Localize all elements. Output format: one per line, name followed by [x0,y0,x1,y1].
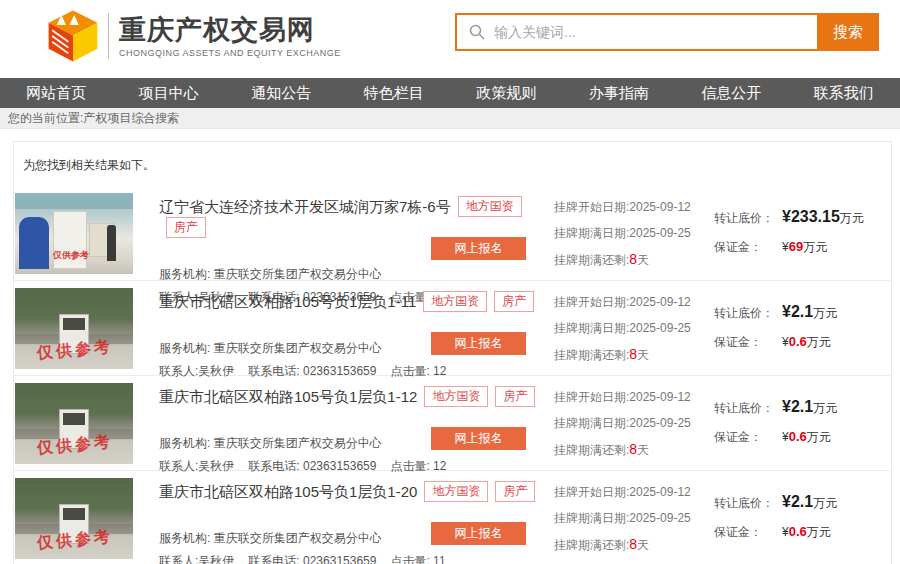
listing-title[interactable]: 重庆市北碚区双柏路105号负1层负1-11 [159,293,416,310]
clicks-label: 点击量: [390,554,429,564]
end-date-value: 2025-09-25 [629,416,690,430]
nav-item-disclosure[interactable]: 信息公开 [675,78,788,108]
end-date-value: 2025-09-25 [629,321,690,335]
results-note: 为您找到相关结果如下。 [14,142,891,186]
remaining-label: 挂牌期满还剩: [554,538,629,552]
price-label: 转让底价： [714,210,782,227]
nav-item-notices[interactable]: 通知公告 [225,78,338,108]
dates-block: 挂牌开始日期:2025-09-12 挂牌期满日期:2025-09-25 挂牌期满… [554,484,691,563]
start-date-value: 2025-09-12 [629,295,690,309]
start-date-value: 2025-09-12 [629,390,690,404]
deposit-label: 保证金： [714,524,782,541]
listing-item: 仅供参考 重庆市北碚区双柏路105号负1层负1-11地方国资房产 服务机构: 重… [14,281,891,376]
start-date-label: 挂牌开始日期: [554,485,629,499]
tag-ownership: 地方国资 [423,291,487,312]
prices-block: 转让底价：¥2.1万元 保证金：¥0.6万元 [714,398,837,458]
dates-block: 挂牌开始日期:2025-09-12 挂牌期满日期:2025-09-25 挂牌期满… [554,199,691,278]
tag-category: 房产 [166,217,206,238]
logo-text-block: 重庆产权交易网 CHONGQING ASSETS AND EQUITY EXCH… [119,15,341,58]
price-unit: 万元 [813,401,837,415]
remaining-line: 挂牌期满还剩:8天 [554,346,691,364]
price-value: ¥233.15 [782,208,840,225]
nav-item-projects[interactable]: 项目中心 [113,78,226,108]
price-line: 转让底价：¥2.1万元 [714,493,837,512]
price-line: 转让底价：¥2.1万元 [714,303,837,322]
deposit-line: 保证金：¥69万元 [714,239,864,256]
contact-name: 吴秋伊 [198,554,234,564]
nav-item-guide[interactable]: 办事指南 [563,78,676,108]
phone-label: 联系电话: [248,554,299,564]
nav-item-contact[interactable]: 联系我们 [788,78,900,108]
listing-title-row: 重庆市北碚区双柏路105号负1层负1-11地方国资房产 [159,291,544,312]
listing-title-row: 重庆市北碚区双柏路105号负1层负1-20地方国资房产 [159,481,544,502]
end-date-line: 挂牌期满日期:2025-09-25 [554,415,691,432]
price-value: ¥2.1 [782,398,813,415]
days-unit: 天 [637,348,649,362]
tag-category: 房产 [495,386,535,407]
remaining-line: 挂牌期满还剩:8天 [554,441,691,459]
listing-photo-kiosk[interactable]: 仅供参考 [15,383,133,464]
listing-title[interactable]: 重庆市北碚区双柏路105号负1层负1-20 [159,483,417,500]
price-unit: 万元 [840,211,864,225]
apply-online-button[interactable]: 网上报名 [431,427,526,450]
listing-photo-kiosk[interactable]: 仅供参考 [15,478,133,559]
deposit-label: 保证金： [714,429,782,446]
end-date-line: 挂牌期满日期:2025-09-25 [554,320,691,337]
search-button[interactable]: 搜索 [817,13,879,51]
start-date-line: 挂牌开始日期:2025-09-12 [554,389,691,406]
apply-online-button[interactable]: 网上报名 [431,332,526,355]
tag-ownership: 地方国资 [424,386,488,407]
nav-item-policies[interactable]: 政策规则 [450,78,563,108]
days-unit: 天 [637,253,649,267]
apply-online-button[interactable]: 网上报名 [431,237,526,260]
currency-sign: ¥ [782,430,789,444]
listing-photo-storefront[interactable]: 仅供参考 [15,193,133,274]
currency-sign: ¥ [782,208,791,225]
photo-detail [63,318,85,330]
search-input[interactable] [494,15,817,49]
end-date-label: 挂牌期满日期: [554,226,629,240]
breadcrumb: 您的当前位置:产权项目综合搜索 [0,108,900,129]
currency-sign: ¥ [782,525,789,539]
site-logo[interactable]: 重庆产权交易网 CHONGQING ASSETS AND EQUITY EXCH… [44,8,341,64]
end-date-label: 挂牌期满日期: [554,511,629,525]
deposit-number: 69 [789,239,803,254]
prices-block: 转让底价：¥233.15万元 保证金：¥69万元 [714,208,864,268]
currency-sign: ¥ [782,493,791,510]
price-number: 2.1 [791,303,813,320]
price-number: 2.1 [791,493,813,510]
tag-ownership: 地方国资 [458,196,522,217]
start-date-line: 挂牌开始日期:2025-09-12 [554,484,691,501]
photo-detail [63,413,85,425]
deposit-label: 保证金： [714,334,782,351]
listing-photo-kiosk[interactable]: 仅供参考 [15,288,133,369]
end-date-label: 挂牌期满日期: [554,321,629,335]
tag-category: 房产 [494,291,534,312]
days-left-value: 8 [629,536,637,552]
listing-title[interactable]: 重庆市北碚区双柏路105号负1层负1-12 [159,388,417,405]
dates-block: 挂牌开始日期:2025-09-12 挂牌期满日期:2025-09-25 挂牌期满… [554,389,691,468]
nav-item-features[interactable]: 特色栏目 [338,78,451,108]
service-org-label: 服务机构: [159,267,210,281]
site-subtitle: CHONGQING ASSETS AND EQUITY EXCHANGE [119,48,341,58]
deposit-line: 保证金：¥0.6万元 [714,429,837,446]
currency-sign: ¥ [782,335,789,349]
apply-online-button[interactable]: 网上报名 [431,522,526,545]
deposit-number: 0.6 [789,334,807,349]
price-line: 转让底价：¥2.1万元 [714,398,837,417]
clicks-value: 11 [430,554,446,564]
end-date-value: 2025-09-25 [629,226,690,240]
logo-divider [108,13,109,59]
service-org-value: 重庆联交所集团产权交易分中心 [210,436,381,450]
listing-title[interactable]: 辽宁省大连经济技术开发区城润万家7栋-6号 [159,198,451,215]
nav-item-home[interactable]: 网站首页 [0,78,113,108]
dates-block: 挂牌开始日期:2025-09-12 挂牌期满日期:2025-09-25 挂牌期满… [554,294,691,373]
price-label: 转让底价： [714,305,782,322]
price-value: ¥2.1 [782,303,813,320]
deposit-unit: 万元 [807,430,831,444]
listing-title-row: 辽宁省大连经济技术开发区城润万家7栋-6号地方国资房产 [159,196,544,238]
price-unit: 万元 [813,496,837,510]
remaining-label: 挂牌期满还剩: [554,253,629,267]
currency-sign: ¥ [782,303,791,320]
days-unit: 天 [637,443,649,457]
